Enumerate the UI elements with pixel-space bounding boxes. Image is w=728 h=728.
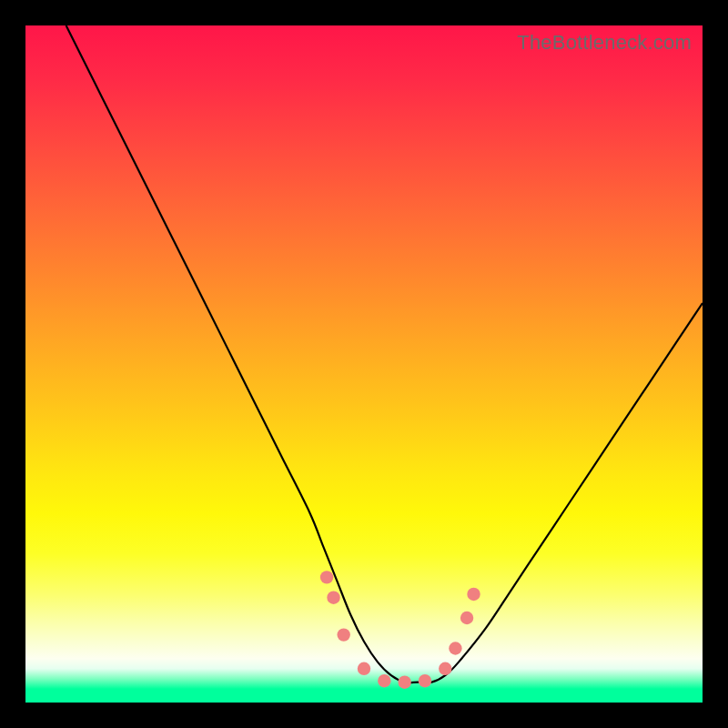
watermark-label: TheBottleneck.com bbox=[517, 31, 692, 55]
marker-point bbox=[320, 571, 333, 583]
marker-point bbox=[398, 675, 410, 688]
marker-point bbox=[419, 674, 431, 687]
marker-point bbox=[449, 642, 461, 654]
marker-point bbox=[460, 612, 473, 624]
marker-point bbox=[378, 674, 390, 687]
marker-point bbox=[439, 662, 451, 675]
plot-area: TheBottleneck.com bbox=[25, 25, 703, 703]
marker-point bbox=[337, 628, 349, 641]
marker-point bbox=[467, 588, 480, 601]
marker-point bbox=[327, 591, 339, 603]
chart-frame: TheBottleneck.com bbox=[0, 0, 728, 728]
trough-markers bbox=[25, 25, 703, 703]
marker-point bbox=[358, 662, 370, 675]
